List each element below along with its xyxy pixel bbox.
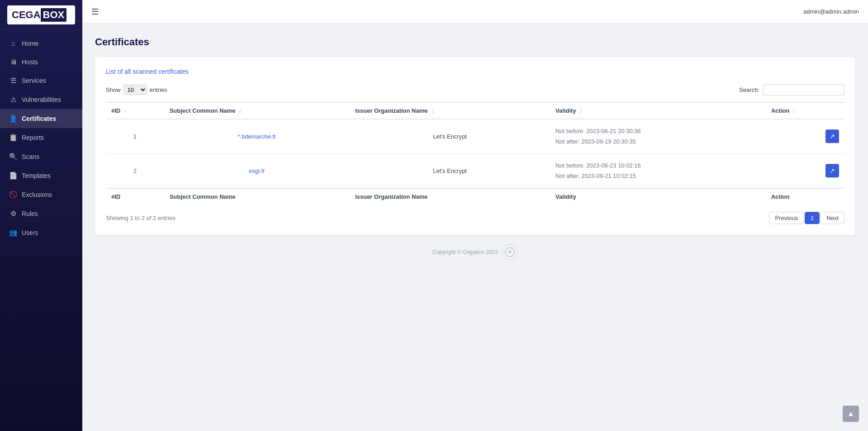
row2-id: 2 [106, 153, 164, 188]
row1-not-before: Not before: 2023-06-21 20:30:36 [555, 126, 760, 136]
sort-icon-id: ↕ [124, 108, 127, 114]
table-controls: Show 10 25 50 100 entries Search: [106, 84, 844, 96]
footer-bird-icon [505, 247, 515, 257]
users-icon: 👥 [9, 229, 17, 237]
entries-select[interactable]: 10 25 50 100 [123, 85, 147, 95]
page-title: Certificates [95, 36, 855, 48]
col-issuer[interactable]: Issuer Organization Name ↕ [350, 102, 550, 119]
col-validity[interactable]: Validity ↕ [550, 102, 766, 119]
sort-icon-validity: ↕ [579, 108, 582, 114]
footer-col-subject: Subject Common Name [164, 188, 350, 205]
footer-col-validity: Validity [550, 188, 766, 205]
card-subtitle: List of all scanned certificates [106, 68, 844, 75]
services-icon: ☰ [9, 77, 17, 85]
templates-icon: 📄 [9, 172, 17, 180]
sidebar-item-reports[interactable]: 📋 Reports [0, 128, 82, 147]
scans-icon: 🔍 [9, 153, 17, 161]
topbar: ☰ admin@admin.admin [82, 0, 868, 24]
reports-icon: 📋 [9, 134, 17, 142]
sidebar-label-home: Home [22, 40, 38, 47]
sidebar-item-hosts[interactable]: 🖥 Hosts [0, 53, 82, 71]
main-content: ☰ admin@admin.admin Certificates List of… [82, 0, 868, 431]
sort-icon-subject: ↕ [239, 108, 242, 114]
row1-validity: Not before: 2023-06-21 20:30:36 Not afte… [550, 119, 766, 153]
sort-icon-action: ↕ [793, 108, 796, 114]
footer-col-id: #ID [106, 188, 164, 205]
sidebar-label-services: Services [22, 77, 46, 84]
external-link-icon: ↗ [830, 133, 835, 140]
vulnerabilities-icon: ⚠ [9, 96, 17, 104]
external-link-icon-2: ↗ [830, 167, 835, 174]
sidebar-nav: ⌂ Home 🖥 Hosts ☰ Services ⚠ Vulnerabilit… [0, 30, 82, 431]
table-row: 1 *.bdemarche.fr Let's Encrypt Not befor… [106, 119, 844, 153]
sidebar-item-templates[interactable]: 📄 Templates [0, 166, 82, 185]
pagination-buttons: Previous 1 Next [769, 212, 844, 224]
sidebar-item-exclusions[interactable]: 🚫 Exclusions [0, 185, 82, 204]
row2-not-after: Not after: 2023-09-21 10:02:15 [555, 171, 760, 181]
pagination-area: Showing 1 to 2 of 2 entries Previous 1 N… [106, 212, 844, 224]
sidebar-label-certificates: Certificates [22, 115, 56, 122]
row2-validity: Not before: 2023-06-23 10:02:16 Not afte… [550, 153, 766, 188]
table-row: 2 esgi.fr Let's Encrypt Not before: 2023… [106, 153, 844, 188]
sidebar-label-templates: Templates [22, 172, 51, 179]
search-box: Search: [739, 84, 844, 96]
col-subject[interactable]: Subject Common Name ↕ [164, 102, 350, 119]
menu-toggle-button[interactable]: ☰ [91, 7, 99, 17]
sidebar-item-scans[interactable]: 🔍 Scans [0, 147, 82, 166]
row1-not-after: Not after: 2023-09-19 20:30:35 [555, 136, 760, 147]
logo-cega: CEGA [12, 9, 41, 21]
show-entries: Show 10 25 50 100 entries [106, 85, 167, 95]
page-1-button[interactable]: 1 [805, 212, 820, 224]
next-button[interactable]: Next [821, 212, 844, 224]
logo-area: CEGA BOX [0, 0, 82, 30]
logo-box-text: BOX [43, 9, 65, 20]
sidebar-item-users[interactable]: 👥 Users [0, 223, 82, 242]
row2-not-before: Not before: 2023-06-23 10:02:16 [555, 160, 760, 171]
sidebar-label-scans: Scans [22, 153, 39, 160]
hosts-icon: 🖥 [9, 58, 17, 66]
certificates-table: #ID ↕ Subject Common Name ↕ Issuer Organ… [106, 102, 844, 205]
row1-id: 1 [106, 119, 164, 153]
row2-open-button[interactable]: ↗ [825, 164, 839, 177]
sidebar-item-vulnerabilities[interactable]: ⚠ Vulnerabilities [0, 90, 82, 109]
footer: Copyright © Cegabox 2023 [95, 235, 855, 269]
search-label: Search: [739, 86, 759, 93]
footer-text: Copyright © Cegabox 2023 [432, 249, 498, 255]
sidebar: CEGA BOX ⌂ Home 🖥 Hosts ☰ Services ⚠ Vul… [0, 0, 82, 431]
rules-icon: ⚙ [9, 210, 17, 218]
sidebar-item-services[interactable]: ☰ Services [0, 71, 82, 90]
col-id[interactable]: #ID ↕ [106, 102, 164, 119]
row2-issuer: Let's Encrypt [350, 153, 550, 188]
logo: CEGA BOX [7, 5, 75, 24]
row1-open-button[interactable]: ↗ [825, 129, 839, 143]
sidebar-label-exclusions: Exclusions [22, 191, 52, 198]
row2-subject: esgi.fr [164, 153, 350, 188]
sidebar-item-certificates[interactable]: 👤 Certificates [0, 109, 82, 128]
row1-subject: *.bdemarche.fr [164, 119, 350, 153]
sidebar-item-home[interactable]: ⌂ Home [0, 34, 82, 53]
showing-text: Showing 1 to 2 of 2 entries [106, 215, 175, 221]
sidebar-item-rules[interactable]: ⚙ Rules [0, 204, 82, 223]
scroll-to-top-button[interactable]: ▲ [843, 406, 859, 422]
entries-label: entries [150, 86, 167, 93]
sidebar-label-reports: Reports [22, 134, 44, 141]
certificates-icon: 👤 [9, 115, 17, 123]
certificates-card: List of all scanned certificates Show 10… [95, 57, 855, 235]
sidebar-label-hosts: Hosts [22, 58, 38, 66]
footer-col-issuer: Issuer Organization Name [350, 188, 550, 205]
search-input[interactable] [763, 84, 844, 96]
sidebar-label-users: Users [22, 229, 38, 236]
previous-button[interactable]: Previous [769, 212, 804, 224]
user-label: admin@admin.admin [803, 8, 859, 15]
row2-action: ↗ [766, 153, 844, 188]
row1-issuer: Let's Encrypt [350, 119, 550, 153]
footer-logo [502, 244, 518, 260]
content-area: Certificates List of all scanned certifi… [82, 24, 868, 431]
footer-col-action: Action [766, 188, 844, 205]
home-icon: ⌂ [9, 39, 17, 47]
exclusions-icon: 🚫 [9, 191, 17, 199]
show-label: Show [106, 86, 121, 93]
sidebar-label-rules: Rules [22, 210, 38, 217]
col-action[interactable]: Action ↕ [766, 102, 844, 119]
sidebar-label-vulnerabilities: Vulnerabilities [22, 96, 61, 103]
